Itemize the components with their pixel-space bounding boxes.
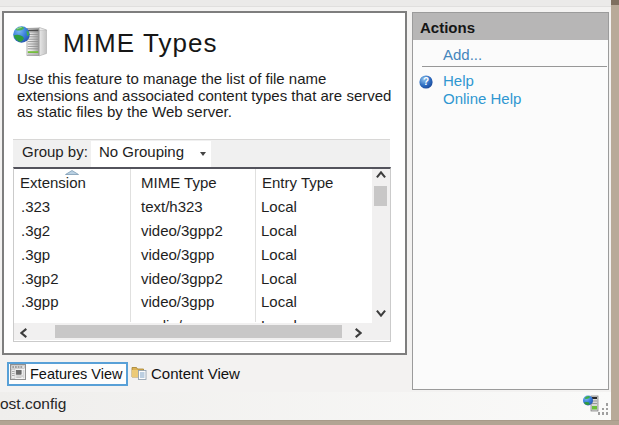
svg-text:?: ? [422,76,428,87]
